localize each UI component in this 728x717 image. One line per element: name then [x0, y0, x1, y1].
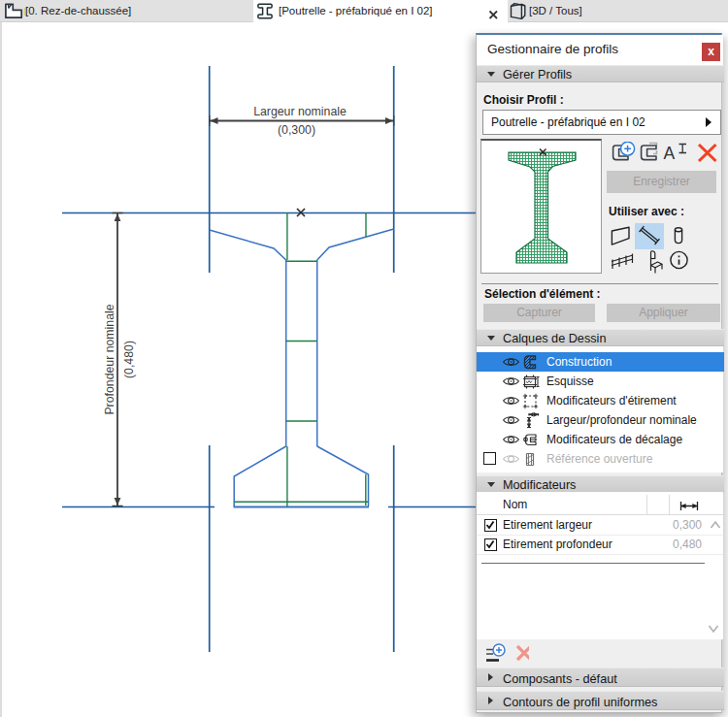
svg-text:(0,480): (0,480) — [122, 341, 136, 378]
svg-text:(0,300): (0,300) — [278, 123, 315, 137]
svg-text:A: A — [664, 144, 676, 163]
svg-text:Profondeur nominale: Profondeur nominale — [103, 304, 116, 414]
svg-text:Largeur nominale: Largeur nominale — [253, 105, 347, 118]
